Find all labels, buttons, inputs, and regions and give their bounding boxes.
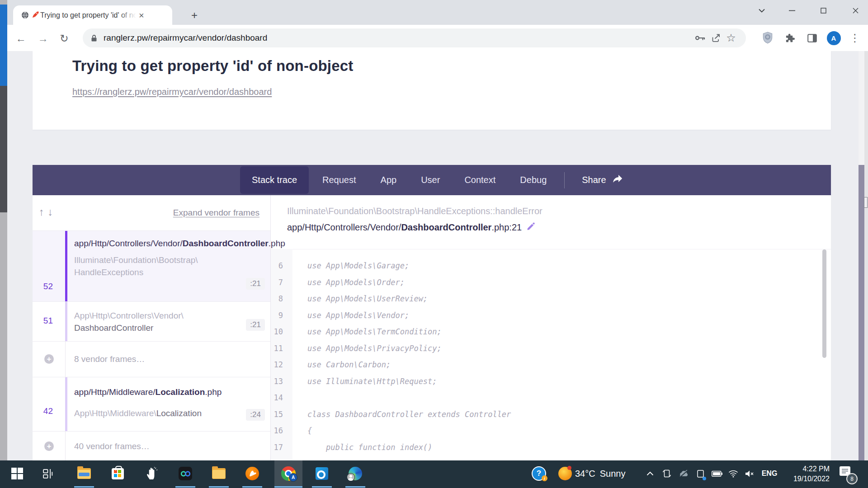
tab-debug[interactable]: Debug: [520, 175, 547, 185]
background-window-right-edge: [864, 51, 868, 460]
frame-down-icon[interactable]: ↓: [48, 206, 57, 218]
code-line: 12use Carbon\Carbon;: [271, 357, 831, 373]
code-scrollbar[interactable]: [822, 249, 826, 358]
back-icon[interactable]: ←: [14, 31, 28, 46]
microsoft-store-icon[interactable]: [108, 460, 127, 487]
error-title: Trying to get property 'id' of non-objec…: [72, 57, 354, 75]
start-button[interactable]: [7, 460, 27, 487]
onedrive-offline-icon[interactable]: [677, 460, 691, 487]
battery-icon[interactable]: [710, 460, 724, 487]
tab-stack-trace[interactable]: Stack trace: [240, 166, 309, 194]
code-line: 14: [271, 389, 831, 406]
tab-context[interactable]: Context: [464, 175, 495, 185]
side-panel-icon[interactable]: [804, 30, 820, 46]
volume-muted-icon[interactable]: [742, 460, 757, 487]
frame-path: app/Http/Controllers/Vendor/DashboardCon…: [74, 237, 270, 249]
browser-tab[interactable]: Trying to get property 'id' of non-objec…: [13, 5, 172, 25]
frames-column: ↑↓ Expand vendor frames 52 app/Http/Cont…: [33, 195, 271, 460]
weather-text[interactable]: 34°C Sunny: [575, 460, 643, 487]
error-url-link[interactable]: https://ranglerz.pw/repairmycar/vendor/d…: [72, 87, 272, 97]
vendor-frames-label: 40 vendor frames…: [74, 441, 150, 451]
frame-accent: [65, 377, 67, 431]
tab-search-chevron-icon[interactable]: [753, 3, 771, 18]
frame-method: App\Http\Controllers\Vendor\DashboardCon…: [74, 310, 270, 334]
kebab-menu-icon[interactable]: ⋮: [847, 30, 863, 46]
frame-up-icon[interactable]: ↑: [39, 206, 48, 218]
frame-method: Illuminate\Foundation\Bootstrap\HandleEx…: [74, 254, 270, 278]
window-minimize-button[interactable]: [783, 3, 801, 18]
language-indicator[interactable]: ENG: [760, 460, 779, 487]
code-line: 6use App\Models\Garage;: [271, 258, 831, 274]
expand-plus-icon[interactable]: +: [44, 354, 54, 364]
url-text[interactable]: ranglerz.pw/repairmycar/vendor/dashboard: [104, 33, 693, 43]
chrome-taskbar-active[interactable]: A: [274, 460, 302, 488]
background-window-dark-edge: [0, 86, 7, 212]
file-explorer-icon[interactable]: [74, 460, 94, 487]
tab-user[interactable]: User: [421, 175, 440, 185]
chrome-icon: A: [281, 466, 296, 481]
address-bar[interactable]: ranglerz.pw/repairmycar/vendor/dashboard…: [83, 28, 746, 47]
window-close-button[interactable]: [846, 3, 864, 18]
avast-icon[interactable]: [242, 460, 262, 487]
code-header-path: app/Http/Controllers/Vendor/DashboardCon…: [287, 221, 536, 233]
column-divider: [65, 432, 66, 461]
running-indicator: [242, 486, 262, 488]
share-button[interactable]: Share: [582, 174, 623, 186]
tray-chevron-icon[interactable]: [643, 460, 657, 487]
page-scrollbar-thumb[interactable]: [859, 165, 864, 460]
notification-center-icon[interactable]: 8: [839, 466, 851, 479]
window-maximize-button[interactable]: [814, 3, 832, 18]
help-icon[interactable]: ?i: [530, 460, 548, 487]
forward-icon[interactable]: →: [36, 31, 50, 46]
code-lines: 6use App\Models\Garage; 7use App\Models\…: [271, 258, 831, 455]
navbar-divider: [564, 172, 565, 188]
tab-close-icon[interactable]: ×: [139, 11, 144, 20]
code-line: 13use Illuminate\Http\Request;: [271, 373, 831, 390]
lock-icon[interactable]: [90, 30, 98, 46]
vendor-frames-row[interactable]: + 8 vendor frames…: [33, 342, 270, 377]
vendor-frames-label: 8 vendor frames…: [74, 354, 145, 364]
page-content: Trying to get property 'id' of non-objec…: [7, 51, 859, 460]
tab-app[interactable]: App: [381, 175, 397, 185]
stack-trace-panel: ↑↓ Expand vendor frames 52 app/Http/Cont…: [33, 195, 831, 460]
running-indicator: [345, 486, 365, 488]
frame-row-52[interactable]: 52 app/Http/Controllers/Vendor/Dashboard…: [33, 231, 270, 302]
task-view-icon[interactable]: [38, 460, 58, 487]
outlook-icon[interactable]: [312, 460, 332, 487]
background-scrollbar-button: [864, 197, 868, 208]
wifi-icon[interactable]: [726, 460, 741, 487]
running-indicator: [175, 486, 195, 488]
reload-icon[interactable]: ↻: [57, 31, 71, 46]
share-icon[interactable]: [708, 30, 723, 46]
shield-extension-icon[interactable]: [760, 30, 775, 46]
edit-pencil-icon[interactable]: [526, 221, 536, 233]
frame-number: 51: [33, 316, 53, 326]
vendor-frames-row[interactable]: + 40 vendor frames…: [33, 432, 270, 461]
background-window-blue-edge: [0, 5, 7, 86]
crayon-icon: [29, 10, 40, 20]
folder-app-icon[interactable]: [209, 460, 229, 487]
tab-request[interactable]: Request: [322, 175, 356, 185]
password-key-icon[interactable]: [693, 30, 708, 46]
share-arrow-icon: [612, 174, 623, 186]
tab-title: Trying to get property 'id' of non-objec…: [40, 11, 136, 19]
frame-row-42[interactable]: 42 app/Http/Middleware/Localization.php …: [33, 377, 270, 432]
your-phone-icon[interactable]: [693, 460, 708, 487]
frame-row-51[interactable]: 51 App\Http\Controllers\Vendor\Dashboard…: [33, 302, 270, 342]
extensions-puzzle-icon[interactable]: [782, 30, 797, 46]
touch-hand-icon[interactable]: [141, 460, 162, 487]
code-column: Illuminate\Foundation\Bootstrap\HandleEx…: [271, 195, 831, 460]
new-tab-button[interactable]: +: [187, 8, 202, 23]
rotation-lock-icon[interactable]: [660, 460, 674, 487]
profile-avatar[interactable]: A: [826, 30, 841, 46]
expand-vendor-frames-link[interactable]: Expand vendor frames: [173, 208, 259, 218]
bookmark-star-icon[interactable]: ☆: [723, 30, 739, 46]
clock[interactable]: 4:22 PM 19/10/2022: [784, 464, 830, 484]
globe-favicon: [20, 11, 29, 20]
webex-icon[interactable]: [175, 460, 195, 487]
weather-sun-icon[interactable]: [556, 460, 574, 487]
clock-time: 4:22 PM: [784, 464, 830, 474]
expand-plus-icon[interactable]: +: [44, 441, 54, 451]
code-line: 11use App\Models\PrivacyPolicy;: [271, 340, 831, 357]
edge-icon[interactable]: [345, 460, 365, 487]
